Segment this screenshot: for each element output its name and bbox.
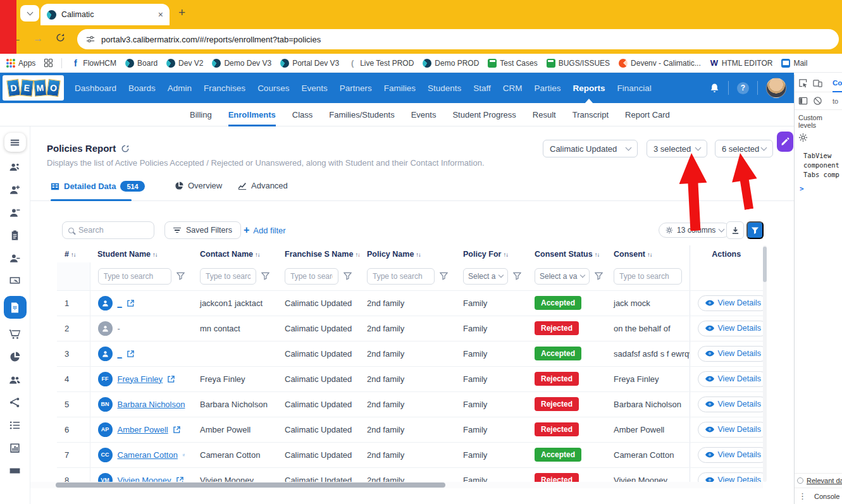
tab-detailed-data[interactable]: Detailed Data 514 — [51, 181, 145, 192]
external-link-icon[interactable] — [127, 300, 134, 307]
edit-report-button[interactable] — [777, 132, 793, 152]
person-remove-alt-icon[interactable] — [8, 250, 23, 266]
clear-console-icon[interactable] — [813, 96, 822, 106]
consent-status-select[interactable]: Select a va — [535, 268, 590, 285]
subnav-transcript[interactable]: Transcript — [573, 103, 609, 126]
bell-icon[interactable] — [709, 83, 720, 94]
sort-icon[interactable]: ↑↓ — [647, 251, 652, 258]
col-header-consent[interactable]: Consent↑↓ — [606, 245, 690, 262]
view-details-button[interactable]: View Details — [698, 472, 764, 482]
filter-button[interactable] — [746, 221, 764, 239]
nav-parties[interactable]: Parties — [535, 83, 561, 93]
saved-filters-button[interactable]: Saved Filters — [164, 221, 241, 239]
refresh-icon[interactable] — [121, 144, 130, 153]
ticket-icon[interactable] — [8, 463, 23, 478]
tab-search-button[interactable] — [20, 5, 39, 22]
franchise-filter-input[interactable] — [285, 268, 338, 285]
student-link[interactable]: Amber Powell — [118, 425, 168, 434]
subnav-class[interactable]: Class — [292, 103, 313, 126]
table-horizontal-scrollbar[interactable] — [30, 482, 763, 488]
report-document-icon[interactable] — [4, 296, 27, 319]
apps-shortcut[interactable]: Apps — [6, 59, 35, 68]
nav-franchises[interactable]: Franchises — [204, 83, 245, 93]
sort-icon[interactable]: ↑↓ — [416, 251, 421, 258]
address-bar[interactable]: portalv3.calibermatrix.com/#/reports/enr… — [77, 29, 839, 49]
sort-icon[interactable]: ↑↓ — [71, 251, 76, 258]
col-header-consent-status[interactable]: Consent Status↑↓ — [527, 245, 606, 262]
grid-bookmark-icon[interactable] — [44, 59, 53, 67]
kebab-menu-icon[interactable]: ⋮ — [798, 491, 807, 501]
external-link-icon[interactable] — [173, 426, 180, 433]
sort-icon[interactable]: ↑↓ — [255, 251, 260, 258]
view-details-button[interactable]: View Details — [698, 422, 764, 438]
funnel-icon[interactable] — [513, 272, 521, 280]
franchise-dropdown[interactable]: Calimatic Updated — [543, 140, 638, 157]
col-header-contact[interactable]: Contact Name↑↓ — [192, 245, 277, 262]
tab-advanced[interactable]: Advanced — [238, 181, 288, 190]
console-drawer-bar[interactable]: ⋮Console — [795, 488, 842, 504]
view-details-button[interactable]: View Details — [698, 295, 764, 311]
device-toolbar-icon[interactable] — [813, 78, 822, 88]
funnel-icon[interactable] — [440, 272, 448, 280]
nav-staff[interactable]: Staff — [473, 83, 491, 93]
external-link-icon[interactable] — [176, 477, 183, 482]
bookmark-live-test-prod[interactable]: (Live Test PROD — [348, 59, 414, 68]
nav-reports[interactable]: Reports — [573, 83, 605, 93]
nav-students[interactable]: Students — [428, 83, 461, 93]
search-input[interactable] — [78, 226, 142, 235]
dock-icon[interactable] — [798, 96, 808, 106]
table-vertical-scrollbar[interactable] — [763, 245, 767, 482]
policy-for-select[interactable]: Select a — [463, 268, 508, 285]
tab-overview[interactable]: Overview — [175, 181, 222, 190]
pie-chart-icon[interactable] — [8, 349, 23, 364]
col-header-policy-name[interactable]: Policy Name↑↓ — [359, 245, 455, 262]
funnel-icon[interactable] — [595, 272, 603, 280]
group-settings-icon[interactable] — [8, 159, 23, 175]
user-avatar[interactable] — [766, 78, 786, 98]
view-details-button[interactable]: View Details — [698, 447, 764, 463]
search-box[interactable] — [62, 221, 154, 239]
funnel-icon[interactable] — [261, 272, 269, 280]
download-button[interactable] — [726, 221, 744, 239]
subnav-enrollments[interactable]: Enrollments — [228, 103, 276, 126]
browser-tab[interactable]: Calimatic × — [40, 4, 170, 25]
nav-financial[interactable]: Financial — [617, 83, 652, 93]
site-settings-icon[interactable] — [86, 35, 95, 44]
nav-admin[interactable]: Admin — [168, 83, 192, 93]
bookmark-demo-dev-v3[interactable]: Demo Dev V3 — [212, 59, 271, 68]
devtools-console-tab[interactable]: Co — [833, 75, 842, 92]
forward-button[interactable]: → — [33, 33, 43, 44]
nav-dashboard[interactable]: Dashboard — [75, 83, 116, 93]
policy-name-filter-input[interactable] — [367, 268, 435, 285]
nav-crm[interactable]: CRM — [503, 83, 523, 93]
student-filter-input[interactable] — [98, 268, 172, 285]
people-icon[interactable] — [8, 372, 23, 387]
cart-icon[interactable] — [8, 326, 23, 341]
nav-partners[interactable]: Partners — [340, 83, 372, 93]
col-header-num[interactable]: #↑↓ — [57, 245, 90, 262]
funnel-icon[interactable] — [176, 272, 185, 280]
nav-events[interactable]: Events — [301, 83, 327, 93]
contact-filter-input[interactable] — [200, 268, 256, 285]
subnav-billing[interactable]: Billing — [190, 103, 212, 126]
sort-icon[interactable]: ↑↓ — [503, 251, 508, 258]
sort-icon[interactable]: ↑↓ — [355, 251, 359, 258]
view-details-button[interactable]: View Details — [698, 371, 764, 387]
subnav-student-progress[interactable]: Student Progress — [452, 103, 516, 126]
col-header-student[interactable]: Student Name↑↓ — [90, 245, 192, 262]
tab-close-icon[interactable]: × — [158, 10, 163, 19]
student-link[interactable]: Barbara Nicholson — [118, 400, 185, 409]
person-remove-icon[interactable] — [8, 205, 23, 220]
sort-icon[interactable]: ↑↓ — [152, 251, 158, 258]
subnav-families-students[interactable]: Families/Students — [329, 103, 394, 126]
reload-button[interactable] — [56, 33, 65, 45]
new-tab-button[interactable]: + — [178, 6, 185, 20]
menu-icon[interactable] — [4, 133, 26, 152]
subnav-result[interactable]: Result — [533, 103, 556, 126]
bookmark-demo-prod[interactable]: Demo PROD — [423, 59, 479, 68]
list-icon[interactable] — [8, 417, 23, 433]
bookmark-bugs-issues[interactable]: BUGS/ISSUES — [547, 59, 610, 68]
bookmark-devenv[interactable]: Devenv - Calimatic... — [619, 59, 701, 68]
screen-share-icon[interactable] — [8, 273, 23, 288]
subnav-report-card[interactable]: Report Card — [625, 103, 670, 126]
